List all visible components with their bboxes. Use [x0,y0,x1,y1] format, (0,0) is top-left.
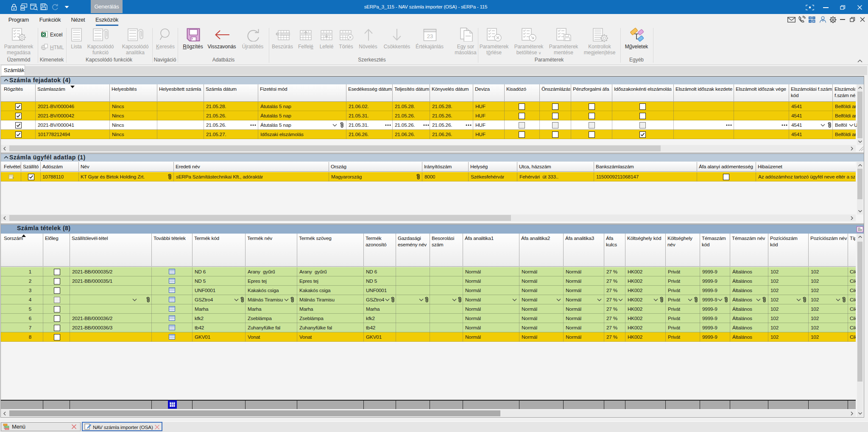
svg-text:23: 23 [427,33,433,39]
